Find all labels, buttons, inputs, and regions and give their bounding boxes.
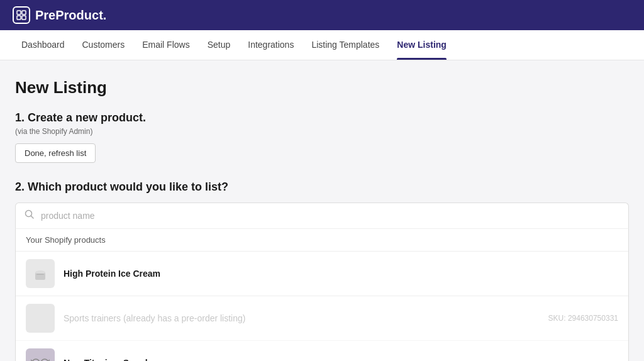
main-content: New Listing 1. Create a new product. (vi… xyxy=(0,60,644,361)
logo-text: PreProduct. xyxy=(35,8,106,23)
svg-rect-1 xyxy=(22,11,26,14)
step1-heading: 1. Create a new product. xyxy=(15,111,629,125)
nav-item-dashboard[interactable]: Dashboard xyxy=(13,30,74,60)
step2-heading: 2. Which product would you like to list? xyxy=(15,181,629,194)
product-name: New Titanium Sunglasses xyxy=(64,358,618,361)
nav: Dashboard Customers Email Flows Setup In… xyxy=(0,30,644,60)
product-thumbnail xyxy=(26,348,55,361)
product-list: Your Shopify products High Protein Ice C… xyxy=(15,229,629,361)
page-title: New Listing xyxy=(15,78,629,97)
svg-rect-3 xyxy=(22,16,26,19)
nav-item-new-listing[interactable]: New Listing xyxy=(388,30,455,60)
search-icon xyxy=(25,209,35,222)
product-item[interactable]: New Titanium Sunglasses xyxy=(16,341,628,361)
refresh-list-button[interactable]: Done, refresh list xyxy=(15,143,96,163)
svg-rect-0 xyxy=(17,11,21,14)
svg-line-5 xyxy=(31,216,34,219)
product-item[interactable]: High Protein Ice Cream xyxy=(16,252,628,296)
product-name: Sports trainers (already has a pre-order… xyxy=(64,313,540,323)
step1-sub: (via the Shopify Admin) xyxy=(15,127,629,136)
nav-item-setup[interactable]: Setup xyxy=(199,30,240,60)
product-item: Sports trainers (already has a pre-order… xyxy=(16,296,628,341)
svg-rect-8 xyxy=(36,274,44,275)
topbar: PreProduct. xyxy=(0,0,644,30)
logo-icon xyxy=(13,6,30,24)
product-list-header: Your Shopify products xyxy=(16,229,628,252)
product-name: High Protein Ice Cream xyxy=(64,269,618,279)
search-container xyxy=(15,203,629,229)
product-sku: SKU: 294630750331 xyxy=(548,314,618,323)
nav-item-listing-templates[interactable]: Listing Templates xyxy=(303,30,388,60)
step1-section: 1. Create a new product. (via the Shopif… xyxy=(15,111,629,181)
svg-rect-2 xyxy=(17,16,21,19)
nav-item-email-flows[interactable]: Email Flows xyxy=(133,30,198,60)
step2-section: 2. Which product would you like to list?… xyxy=(15,181,629,361)
nav-item-integrations[interactable]: Integrations xyxy=(239,30,303,60)
nav-item-customers[interactable]: Customers xyxy=(74,30,134,60)
product-thumbnail xyxy=(26,304,55,333)
product-thumbnail xyxy=(26,259,55,288)
logo: PreProduct. xyxy=(13,6,106,24)
search-input[interactable] xyxy=(41,211,619,221)
